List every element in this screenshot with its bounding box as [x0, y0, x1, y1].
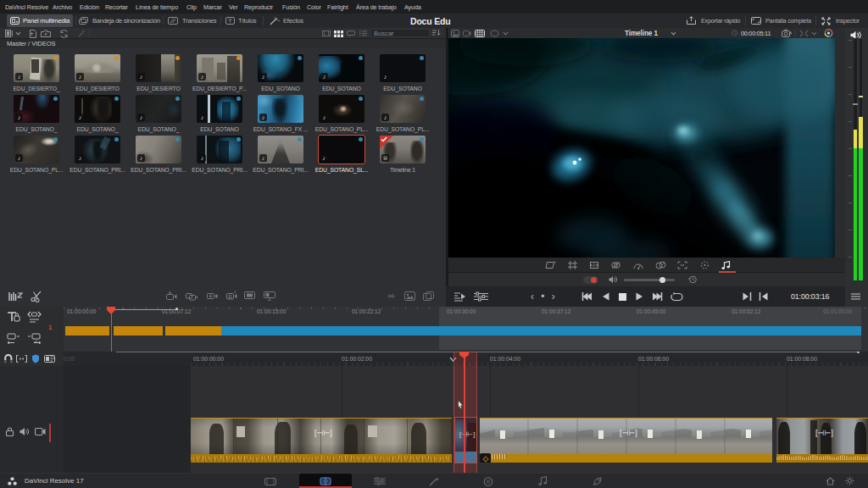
- svg-text:3: 3: [234, 291, 236, 294]
